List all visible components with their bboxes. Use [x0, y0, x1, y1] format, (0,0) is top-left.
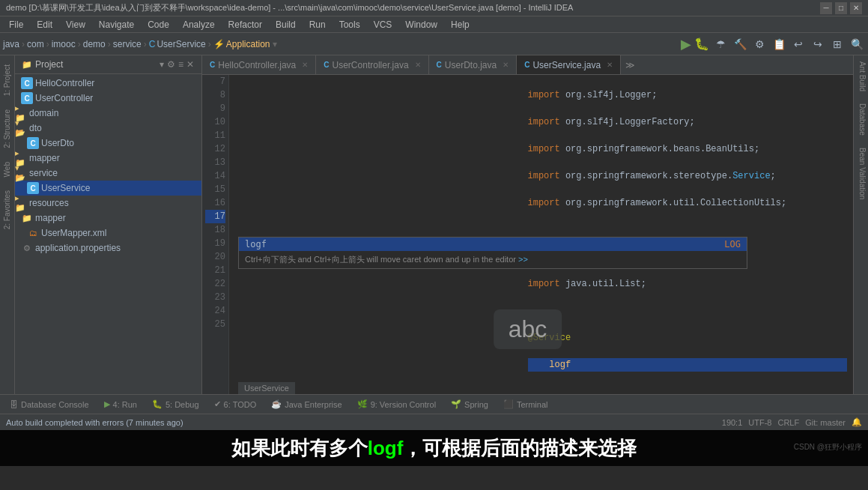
project-settings-btn[interactable]: ⚙	[166, 59, 177, 70]
tab-close-hellocontroller[interactable]: ✕	[302, 61, 308, 69]
watermark: CSDN @狂野小程序	[794, 442, 862, 453]
database-tab[interactable]: Database	[854, 97, 868, 142]
menu-tools[interactable]: Tools	[333, 18, 366, 31]
bottom-tab-run[interactable]: ▶ 4: Run	[97, 397, 144, 411]
window-controls: ─ □ ✕	[820, 2, 862, 14]
menu-view[interactable]: View	[60, 18, 91, 31]
line-separator-indicator[interactable]: CRLF	[777, 418, 799, 427]
java-enterprise-icon: ☕	[271, 399, 282, 409]
breadcrumb-java[interactable]: java	[3, 39, 19, 49]
tree-item-domain[interactable]: ▸📁 domain	[15, 106, 201, 121]
xml-icon: 🗂	[27, 227, 39, 239]
bottom-tab-java-enterprise[interactable]: ☕ Java Enterprise	[264, 397, 348, 411]
terminal-icon: ⬛	[503, 399, 514, 409]
tree-item-userservice[interactable]: C UserService	[15, 181, 201, 196]
bean-validation-tab[interactable]: Bean Validation	[854, 142, 868, 205]
project-close-btn[interactable]: ✕	[185, 59, 195, 70]
side-tab-project[interactable]: 1: Project	[1, 58, 13, 102]
side-tab-structure[interactable]: 2: Structure	[1, 103, 13, 154]
bottom-tab-terminal[interactable]: ⬛ Terminal	[497, 397, 555, 411]
tab-usercontroller[interactable]: C UserController.java ✕	[316, 55, 428, 74]
bottom-tab-debug[interactable]: 🐛 5: Debug	[145, 397, 206, 411]
breadcrumb-com[interactable]: com	[27, 39, 44, 49]
menu-code[interactable]: Code	[142, 18, 175, 31]
tab-userdto[interactable]: C UserDto.java ✕	[429, 55, 518, 74]
tree-item-dto[interactable]: ▾📂 dto	[15, 121, 201, 136]
tab-overflow-button[interactable]: ≫	[624, 60, 637, 70]
tab-close-usercontroller[interactable]: ✕	[415, 61, 421, 69]
tab-hellocontroller[interactable]: C HelloController.java ✕	[202, 55, 316, 74]
notification-icon: 🔔	[852, 417, 862, 427]
autocomplete-badge: LOG	[724, 239, 741, 249]
tree-item-hellocontroller[interactable]: C HelloController	[15, 76, 201, 91]
tree-item-resources[interactable]: ▸📁 resources	[15, 196, 201, 211]
editor-tabs: C HelloController.java ✕ C UserControlle…	[202, 55, 853, 75]
git-branch-indicator[interactable]: Git: master	[805, 418, 846, 427]
tree-item-usermapper-xml[interactable]: 🗂 UserMapper.xml	[15, 226, 201, 241]
breadcrumb-userservice[interactable]: C	[149, 39, 156, 49]
toolbar-btn-4[interactable]: ↪	[810, 36, 826, 52]
menu-analyze[interactable]: Analyze	[177, 18, 221, 31]
editor-area: C HelloController.java ✕ C UserControlle…	[202, 55, 853, 394]
class-icon: C	[27, 137, 39, 149]
menu-edit[interactable]: Edit	[31, 18, 58, 31]
toolbar: java › com › imooc › demo › service › C …	[0, 33, 868, 55]
tree-item-mapper2[interactable]: 📁 mapper	[15, 211, 201, 226]
menu-build[interactable]: Build	[270, 18, 302, 31]
breadcrumb-demo[interactable]: demo	[83, 39, 106, 49]
encoding-indicator[interactable]: UTF-8	[748, 418, 771, 427]
tree-item-application-props[interactable]: ⚙ application.properties	[15, 241, 201, 255]
bottom-tab-version-control[interactable]: 🌿 9: Version Control	[350, 397, 443, 411]
line-numbers: 7 8 9 10 11 12 13 14 15 16 17 18 19 20 2…	[202, 75, 229, 394]
tree-item-service[interactable]: ▾📂 service	[15, 166, 201, 181]
project-title: Project	[35, 59, 158, 70]
breadcrumb-appicon[interactable]: ⚡	[213, 39, 225, 49]
todo-icon: ✔	[214, 399, 221, 409]
bottom-tab-todo[interactable]: ✔ 6: TODO	[207, 397, 264, 411]
build-button[interactable]: 🔨	[732, 36, 748, 52]
run-icon: ▶	[104, 399, 110, 409]
breadcrumb-userservice-label[interactable]: UserService	[157, 39, 205, 49]
toolbar-btn-1[interactable]: ⚙	[751, 36, 768, 52]
menu-vcs[interactable]: VCS	[368, 18, 398, 31]
search-everywhere-button[interactable]: 🔍	[849, 36, 865, 52]
autocomplete-hint-arrow[interactable]: >>	[518, 255, 528, 264]
folder-icon: ▸📁	[15, 107, 27, 119]
left-sidebar-tabs: 1: Project 2: Structure Web 2: Favorites	[0, 55, 15, 394]
menu-help[interactable]: Help	[445, 18, 476, 31]
coverage-button[interactable]: ☂	[712, 36, 729, 52]
tree-item-mapper[interactable]: ▸📁 mapper	[15, 151, 201, 166]
bottom-tab-database[interactable]: 🗄 Database Console	[3, 398, 96, 411]
autocomplete-text: logf	[245, 239, 267, 249]
tab-userservice[interactable]: C UserService.java ✕	[517, 55, 621, 74]
breadcrumb-service[interactable]: service	[113, 39, 142, 49]
menu-file[interactable]: File	[3, 18, 29, 31]
tree-item-userdto[interactable]: C UserDto	[15, 136, 201, 151]
menu-navigate[interactable]: Navigate	[93, 18, 140, 31]
maximize-button[interactable]: □	[835, 2, 847, 14]
debug-button[interactable]: 🐛	[694, 37, 709, 51]
menu-window[interactable]: Window	[399, 18, 443, 31]
toolbar-btn-3[interactable]: ↩	[790, 36, 807, 52]
code-content[interactable]: import org.slf4j.Logger; import org.slf4…	[522, 75, 854, 394]
project-collapse-btn[interactable]: ▾	[158, 59, 166, 70]
toolbar-btn-2[interactable]: 📋	[771, 36, 787, 52]
tab-close-userservice[interactable]: ✕	[607, 61, 613, 69]
menu-refactor[interactable]: Refactor	[222, 18, 268, 31]
breadcrumb-imooc[interactable]: imooc	[52, 39, 76, 49]
database-icon: 🗄	[10, 400, 18, 409]
run-button[interactable]: ▶	[681, 36, 691, 52]
breadcrumb-application[interactable]: Application	[226, 39, 270, 49]
project-gear-btn[interactable]: ≡	[177, 59, 185, 70]
ant-build-tab[interactable]: Ant Build	[854, 55, 868, 97]
close-button[interactable]: ✕	[850, 2, 862, 14]
minimize-button[interactable]: ─	[820, 2, 832, 14]
tab-close-userdto[interactable]: ✕	[503, 61, 509, 69]
layout-button[interactable]: ⊞	[829, 36, 846, 52]
menu-run[interactable]: Run	[303, 18, 332, 31]
side-tab-favorites[interactable]: 2: Favorites	[1, 184, 13, 235]
bottom-tab-spring[interactable]: 🌱 Spring	[444, 397, 495, 411]
code-editor[interactable]: 7 8 9 10 11 12 13 14 15 16 17 18 19 20 2…	[202, 75, 853, 394]
tree-item-usercontroller[interactable]: C UserController	[15, 91, 201, 106]
side-tab-web[interactable]: Web	[1, 156, 13, 183]
